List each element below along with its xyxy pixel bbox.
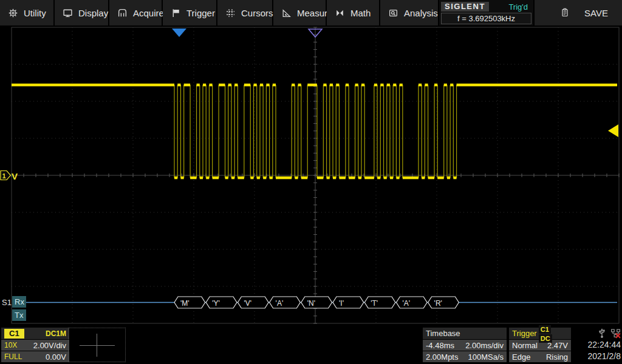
- save-icon: [560, 7, 570, 18]
- decode-frame-label: 'R': [434, 299, 442, 308]
- timebase-panel[interactable]: Timebase -4.48ms 2.00ms/div 2.00Mpts 100…: [423, 328, 507, 362]
- decode-frame: [364, 297, 395, 308]
- usb-icon: [598, 328, 606, 339]
- add-channel-placeholder[interactable]: [68, 328, 126, 362]
- decode-frame: [206, 297, 237, 308]
- trigger-level: 2.47V: [547, 341, 568, 350]
- trigger-type: Edge: [512, 352, 530, 362]
- save-button[interactable]: SAVE: [535, 0, 622, 25]
- menu-label: Math: [350, 8, 371, 18]
- menu-label: Analysis: [404, 8, 438, 18]
- decode-frame: [270, 297, 301, 308]
- menu-measure[interactable]: Measure: [273, 0, 327, 25]
- siglent-logo: SIGLENT: [441, 2, 489, 12]
- decode-bus-label: S1: [2, 298, 12, 307]
- trigger-source-badge: C1: [539, 325, 551, 334]
- menu-display[interactable]: Display: [55, 0, 109, 25]
- crosshair-icon: [80, 345, 115, 346]
- decode-frame-label: 'N': [307, 299, 315, 308]
- decode-frame: [333, 297, 364, 308]
- decode-frame-label: 'V': [244, 299, 251, 308]
- decode-frame-label: 'Y': [212, 299, 220, 308]
- channel1-offset-unit: V: [12, 171, 18, 181]
- timebase-title: Timebase: [426, 329, 460, 338]
- cursors-icon: [225, 8, 236, 18]
- channel1-offset: 0.00V: [46, 352, 66, 362]
- display-icon: [63, 8, 73, 18]
- rx-badge-label: Rx: [15, 297, 24, 306]
- timebase-samplerate: 100MSa/s: [468, 352, 504, 362]
- menu-label: Utility: [24, 8, 46, 18]
- menu-label: Cursors: [241, 8, 273, 18]
- menu-cursors[interactable]: Cursors: [217, 0, 273, 25]
- timebase-scale: 2.00ms/div: [465, 341, 504, 350]
- timebase-delay: -4.48ms: [426, 341, 454, 350]
- acquire-icon: [117, 8, 128, 18]
- flag-icon: [171, 8, 181, 18]
- clock-date: 2021/2/8: [573, 351, 621, 362]
- menu-utility[interactable]: Utility: [0, 0, 55, 25]
- channel1-scale: 2.00V/div: [33, 341, 66, 350]
- channel1-panel[interactable]: C1 DC1M 10X 2.00V/div FULL 0.00V: [1, 328, 69, 362]
- decode-frame: [238, 297, 268, 308]
- trigger-level-marker[interactable]: [608, 124, 618, 137]
- math-icon: [335, 8, 345, 18]
- clock-block: 22:24:44 2021/2/8: [573, 328, 621, 362]
- menu-bar: Utility Display Acquire: [0, 0, 622, 25]
- trigger-mode: Normal: [512, 341, 538, 350]
- trigger-position-marker[interactable]: [172, 29, 186, 37]
- gear-icon: [8, 8, 18, 18]
- menu-label: Display: [78, 8, 108, 18]
- siglent-status-panel: SIGLENT Trig'd f = 3.692503kHz: [439, 0, 535, 25]
- trigger-panel[interactable]: Trigger C1 DC Normal 2.47V Edge Rising: [509, 328, 571, 362]
- measure-icon: [281, 8, 292, 18]
- scope-generated: 'M''Y''V''A''N''I''T''A''R': [12, 27, 619, 323]
- decode-frame-label: 'T': [371, 299, 378, 308]
- channel1-probe: 10X: [4, 341, 17, 349]
- decode-frame-label: 'A': [402, 299, 410, 308]
- save-label: SAVE: [584, 8, 608, 18]
- trigger-slope: Rising: [546, 352, 568, 362]
- clock-time: 22:24:44: [573, 339, 621, 351]
- menu-analysis[interactable]: Analysis: [380, 0, 439, 25]
- channel1-bandwidth: FULL: [4, 352, 22, 361]
- bottom-status-bar: C1 DC1M 10X 2.00V/div FULL 0.00V Timebas…: [0, 326, 622, 364]
- lan-disconnected-icon: [610, 328, 621, 339]
- channel1-offset-number: 1: [2, 172, 6, 180]
- scope-screen[interactable]: 'M''Y''V''A''N''I''T''A''R' 1 V S1 Rx Tx: [0, 0, 622, 364]
- menu-label: Acquire: [133, 8, 164, 18]
- analysis-icon: [388, 8, 398, 18]
- channel1-coupling: DC1M: [46, 329, 66, 338]
- decode-frame: [301, 297, 332, 308]
- decode-frame-label: 'M': [180, 299, 190, 308]
- menu-label: Trigger: [186, 8, 215, 18]
- decode-frame: [174, 297, 205, 308]
- menu-trigger[interactable]: Trigger: [163, 0, 217, 25]
- menu-math[interactable]: Math: [327, 0, 380, 25]
- decode-frame: [396, 297, 427, 308]
- decode-frame-label: 'A': [276, 299, 284, 308]
- menu-acquire[interactable]: Acquire: [109, 0, 163, 25]
- tx-badge-label: Tx: [15, 311, 24, 320]
- channel1-badge: C1: [4, 329, 24, 339]
- decode-frame-label: 'I': [339, 299, 344, 308]
- trigger-status-badge: Trig'd: [508, 2, 531, 12]
- oscilloscope-screen: Utility Display Acquire: [0, 0, 622, 364]
- timebase-memdepth: 2.00Mpts: [426, 352, 458, 362]
- frequency-readout: f = 3.692503kHz: [441, 13, 531, 24]
- trigger-title: Trigger: [512, 329, 537, 338]
- decode-frame: [428, 297, 459, 308]
